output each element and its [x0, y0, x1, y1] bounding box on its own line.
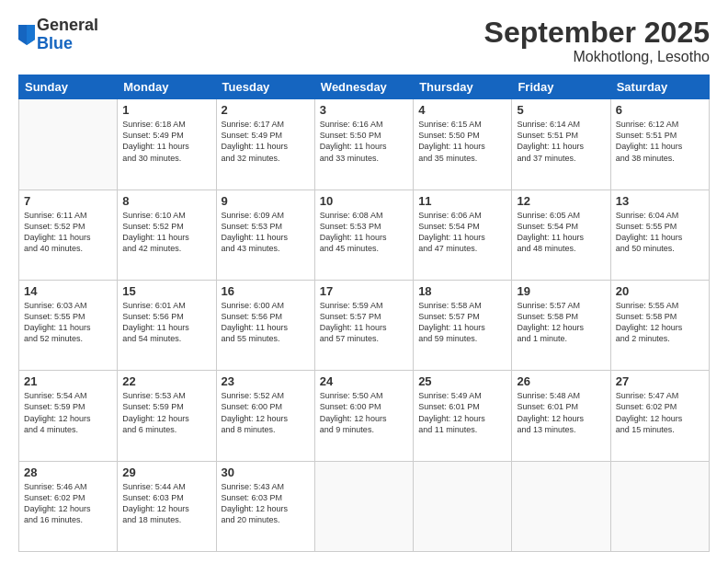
day-number: 16	[222, 284, 310, 298]
calendar-cell: 15Sunrise: 6:01 AM Sunset: 5:56 PM Dayli…	[118, 280, 216, 370]
day-info: Sunrise: 5:43 AM Sunset: 6:03 PM Dayligh…	[222, 481, 310, 526]
day-number: 10	[320, 194, 408, 208]
week-row-4: 28Sunrise: 5:46 AM Sunset: 6:02 PM Dayli…	[19, 461, 710, 551]
logo: General Blue	[18, 17, 98, 53]
day-number: 9	[222, 194, 310, 208]
day-info: Sunrise: 6:08 AM Sunset: 5:53 PM Dayligh…	[320, 210, 408, 255]
calendar-cell: 26Sunrise: 5:48 AM Sunset: 6:01 PM Dayli…	[512, 371, 610, 461]
day-info: Sunrise: 6:18 AM Sunset: 5:49 PM Dayligh…	[122, 119, 210, 164]
day-number: 23	[222, 374, 310, 388]
header-wednesday: Wednesday	[314, 75, 413, 99]
header-friday: Friday	[512, 75, 610, 99]
day-info: Sunrise: 5:54 AM Sunset: 5:59 PM Dayligh…	[24, 390, 112, 435]
calendar-cell: 9Sunrise: 6:09 AM Sunset: 5:53 PM Daylig…	[216, 190, 314, 280]
calendar-cell	[512, 461, 610, 551]
day-info: Sunrise: 6:06 AM Sunset: 5:54 PM Dayligh…	[418, 210, 506, 255]
calendar-cell	[314, 461, 413, 551]
day-number: 3	[320, 103, 408, 117]
day-info: Sunrise: 5:55 AM Sunset: 5:58 PM Dayligh…	[616, 300, 704, 345]
day-info: Sunrise: 6:09 AM Sunset: 5:53 PM Dayligh…	[222, 210, 310, 255]
day-info: Sunrise: 6:04 AM Sunset: 5:55 PM Dayligh…	[616, 210, 704, 255]
week-row-3: 21Sunrise: 5:54 AM Sunset: 5:59 PM Dayli…	[19, 371, 710, 461]
calendar-cell: 4Sunrise: 6:15 AM Sunset: 5:50 PM Daylig…	[414, 99, 512, 190]
day-number: 1	[122, 103, 210, 117]
calendar-cell: 5Sunrise: 6:14 AM Sunset: 5:51 PM Daylig…	[512, 99, 610, 190]
title-block: September 2025 Mokhotlong, Lesotho	[484, 17, 710, 65]
day-number: 12	[517, 194, 605, 208]
calendar-cell: 27Sunrise: 5:47 AM Sunset: 6:02 PM Dayli…	[610, 371, 709, 461]
calendar-cell: 22Sunrise: 5:53 AM Sunset: 5:59 PM Dayli…	[118, 371, 216, 461]
day-info: Sunrise: 6:12 AM Sunset: 5:51 PM Dayligh…	[616, 119, 704, 164]
day-number: 17	[320, 284, 408, 298]
day-info: Sunrise: 5:48 AM Sunset: 6:01 PM Dayligh…	[517, 390, 605, 435]
header-monday: Monday	[118, 75, 216, 99]
day-number: 5	[517, 103, 605, 117]
calendar-subtitle: Mokhotlong, Lesotho	[484, 49, 710, 65]
day-number: 11	[418, 194, 506, 208]
calendar-cell	[414, 461, 512, 551]
day-info: Sunrise: 6:10 AM Sunset: 5:52 PM Dayligh…	[122, 210, 210, 255]
day-info: Sunrise: 6:05 AM Sunset: 5:54 PM Dayligh…	[517, 210, 605, 255]
day-info: Sunrise: 5:58 AM Sunset: 5:57 PM Dayligh…	[418, 300, 506, 345]
day-info: Sunrise: 6:11 AM Sunset: 5:52 PM Dayligh…	[24, 210, 112, 255]
day-info: Sunrise: 5:44 AM Sunset: 6:03 PM Dayligh…	[122, 481, 210, 526]
day-info: Sunrise: 5:47 AM Sunset: 6:02 PM Dayligh…	[616, 390, 704, 435]
calendar-table: SundayMondayTuesdayWednesdayThursdayFrid…	[18, 75, 710, 552]
logo-icon	[18, 25, 35, 45]
calendar-cell: 3Sunrise: 6:16 AM Sunset: 5:50 PM Daylig…	[314, 99, 413, 190]
day-number: 25	[418, 374, 506, 388]
week-row-0: 1Sunrise: 6:18 AM Sunset: 5:49 PM Daylig…	[19, 99, 710, 190]
day-number: 18	[418, 284, 506, 298]
day-number: 22	[122, 374, 210, 388]
calendar-cell: 8Sunrise: 6:10 AM Sunset: 5:52 PM Daylig…	[118, 190, 216, 280]
calendar-cell: 20Sunrise: 5:55 AM Sunset: 5:58 PM Dayli…	[610, 280, 709, 370]
day-number: 20	[616, 284, 704, 298]
day-number: 8	[122, 194, 210, 208]
calendar-cell: 28Sunrise: 5:46 AM Sunset: 6:02 PM Dayli…	[19, 461, 118, 551]
day-info: Sunrise: 6:14 AM Sunset: 5:51 PM Dayligh…	[517, 119, 605, 164]
day-number: 28	[24, 465, 112, 479]
week-row-2: 14Sunrise: 6:03 AM Sunset: 5:55 PM Dayli…	[19, 280, 710, 370]
day-info: Sunrise: 5:52 AM Sunset: 6:00 PM Dayligh…	[222, 390, 310, 435]
calendar-cell: 11Sunrise: 6:06 AM Sunset: 5:54 PM Dayli…	[414, 190, 512, 280]
day-number: 29	[122, 465, 210, 479]
day-info: Sunrise: 5:46 AM Sunset: 6:02 PM Dayligh…	[24, 481, 112, 526]
calendar-cell: 18Sunrise: 5:58 AM Sunset: 5:57 PM Dayli…	[414, 280, 512, 370]
logo-general-text: General	[37, 16, 98, 34]
calendar-cell: 6Sunrise: 6:12 AM Sunset: 5:51 PM Daylig…	[610, 99, 709, 190]
day-info: Sunrise: 6:17 AM Sunset: 5:49 PM Dayligh…	[222, 119, 310, 164]
calendar-cell: 14Sunrise: 6:03 AM Sunset: 5:55 PM Dayli…	[19, 280, 118, 370]
calendar-cell: 25Sunrise: 5:49 AM Sunset: 6:01 PM Dayli…	[414, 371, 512, 461]
day-number: 30	[222, 465, 310, 479]
day-info: Sunrise: 6:15 AM Sunset: 5:50 PM Dayligh…	[418, 119, 506, 164]
day-info: Sunrise: 6:16 AM Sunset: 5:50 PM Dayligh…	[320, 119, 408, 164]
day-info: Sunrise: 5:49 AM Sunset: 6:01 PM Dayligh…	[418, 390, 506, 435]
day-info: Sunrise: 6:03 AM Sunset: 5:55 PM Dayligh…	[24, 300, 112, 345]
day-number: 21	[24, 374, 112, 388]
day-number: 27	[616, 374, 704, 388]
calendar-cell: 10Sunrise: 6:08 AM Sunset: 5:53 PM Dayli…	[314, 190, 413, 280]
header-sunday: Sunday	[19, 75, 118, 99]
day-number: 24	[320, 374, 408, 388]
day-number: 6	[616, 103, 704, 117]
logo-blue-text: Blue	[37, 34, 73, 52]
header-row: SundayMondayTuesdayWednesdayThursdayFrid…	[19, 75, 710, 99]
day-info: Sunrise: 5:50 AM Sunset: 6:00 PM Dayligh…	[320, 390, 408, 435]
calendar-cell: 2Sunrise: 6:17 AM Sunset: 5:49 PM Daylig…	[216, 99, 314, 190]
calendar-cell: 29Sunrise: 5:44 AM Sunset: 6:03 PM Dayli…	[118, 461, 216, 551]
calendar-cell: 30Sunrise: 5:43 AM Sunset: 6:03 PM Dayli…	[216, 461, 314, 551]
day-number: 7	[24, 194, 112, 208]
calendar-cell: 21Sunrise: 5:54 AM Sunset: 5:59 PM Dayli…	[19, 371, 118, 461]
calendar-cell: 19Sunrise: 5:57 AM Sunset: 5:58 PM Dayli…	[512, 280, 610, 370]
day-info: Sunrise: 5:59 AM Sunset: 5:57 PM Dayligh…	[320, 300, 408, 345]
day-number: 4	[418, 103, 506, 117]
calendar-cell	[610, 461, 709, 551]
calendar-cell: 16Sunrise: 6:00 AM Sunset: 5:56 PM Dayli…	[216, 280, 314, 370]
day-number: 13	[616, 194, 704, 208]
calendar-title: September 2025	[484, 17, 710, 49]
calendar-cell	[19, 99, 118, 190]
day-number: 14	[24, 284, 112, 298]
day-number: 2	[222, 103, 310, 117]
day-info: Sunrise: 6:00 AM Sunset: 5:56 PM Dayligh…	[222, 300, 310, 345]
day-info: Sunrise: 5:53 AM Sunset: 5:59 PM Dayligh…	[122, 390, 210, 435]
